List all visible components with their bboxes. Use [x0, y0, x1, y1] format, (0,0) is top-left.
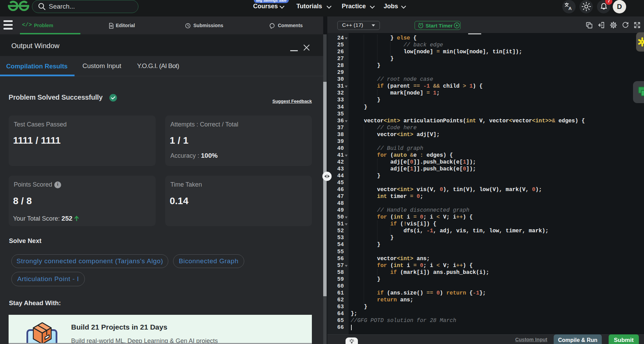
svg-text:A: A: [568, 6, 572, 11]
